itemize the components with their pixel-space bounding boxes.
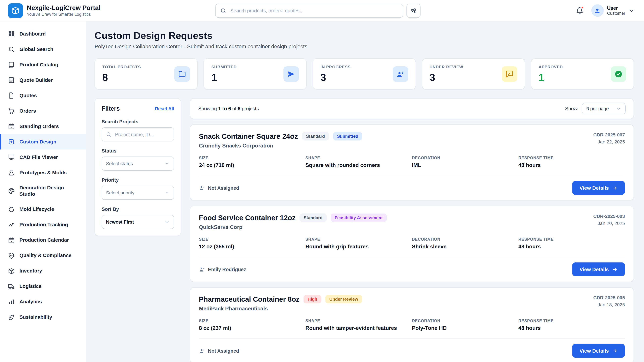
stat-value: 8 [102,72,141,83]
sidebar-item-quote-builder[interactable]: Quote Builder [0,72,86,88]
view-details-button[interactable]: View Details [572,344,625,358]
status-badge: Submitted [333,132,362,140]
calendar-icon [8,237,15,244]
project-card: Food Service Container 12oz Standard Fea… [190,206,634,282]
sidebar-item-production-tracking[interactable]: Production Tracking [0,217,86,232]
per-page-select[interactable]: 6 per page [582,103,626,114]
stats-row: TOTAL PROJECTS 8 SUBMITTED 1 [94,58,634,89]
sidebar-item-label: Mold Lifecycle [20,206,54,213]
spec-response-time: RESPONSE TIME 48 hours [518,319,625,331]
view-details-button[interactable]: View Details [572,181,625,195]
reset-all-link[interactable]: Reset All [155,106,174,111]
arrow-right-icon [612,348,618,354]
view-details-button[interactable]: View Details [572,263,625,276]
sidebar-item-label: Product Catalog [20,61,58,68]
spec-shape: SHAPE Round with grip features [306,237,412,250]
sidebar-item-label: Logistics [20,283,42,290]
quote-builder-icon [8,77,15,83]
sidebar-item-orders[interactable]: Orders [0,103,86,119]
sidebar-item-product-catalog[interactable]: Product Catalog [0,57,86,72]
sidebar-item-logistics[interactable]: Logistics [0,279,86,294]
assignee-name: Emily Rodriguez [208,267,246,272]
user-name: User [607,5,625,11]
sidebar-item-label: Analytics [20,299,42,305]
notifications-button[interactable] [576,7,583,14]
sidebar-item-quality-compliance[interactable]: Quality & Compliance [0,248,86,263]
show-label: Show: [565,106,578,111]
trending-icon [8,221,15,228]
project-search-box [102,127,174,141]
global-search [215,3,420,17]
leaf-icon [8,314,15,321]
project-card: Snack Container Square 24oz Standard Sub… [190,124,634,200]
project-search-input[interactable] [114,131,170,137]
assignee-name: Not Assigned [208,185,239,191]
sidebar-item-prototypes-molds[interactable]: Prototypes & Molds [0,165,86,180]
status-select[interactable]: Select status [102,157,174,171]
search-icon [106,132,111,137]
spec-response-time: RESPONSE TIME 48 hours [518,156,625,168]
spec-decoration: DECORATION Shrink sleeve [412,237,518,250]
stat-submitted: SUBMITTED 1 [204,58,306,89]
user-meta: User Customer [607,5,625,16]
brand-text: Nexgile-LogiCrew Portal Your AI Crew for… [27,4,100,17]
cube-logo-icon [11,6,20,15]
status-label: Status [102,148,174,153]
stat-label: TOTAL PROJECTS [102,65,141,69]
engineering-icon [392,66,408,82]
per-page-value: 6 per page [586,106,609,111]
sidebar-item-production-calendar[interactable]: Production Calendar [0,232,86,248]
spec-size: SIZE 24 oz (710 ml) [199,156,306,168]
assignee-person-icon [199,185,205,191]
folder-icon [174,66,190,82]
project-id: CDR-2025-007 [593,132,625,137]
spec-decoration: DECORATION IML [412,156,518,168]
notification-dot [581,6,584,9]
sidebar-item-label: Global Search [20,46,53,52]
brand: Nexgile-LogiCrew Portal Your AI Crew for… [8,3,100,18]
stat-under-review: UNDER REVIEW 3 [422,58,525,89]
sort-select[interactable]: Newest First [102,215,174,229]
sidebar-item-global-search[interactable]: Global Search [0,41,86,57]
project-date: Jan 20, 2025 [593,221,625,226]
priority-label: Priority [102,177,174,183]
sidebar-item-label: Standing Orders [20,123,59,130]
projects-list: Showing 1 to 6 of 8 projects Show: 6 per… [190,98,634,362]
truck-icon [8,283,15,290]
project-company: Crunchy Snacks Corporation [199,143,362,149]
spec-shape: SHAPE Round with tamper-evident features [306,319,412,331]
search-filter-button[interactable] [406,3,420,17]
sidebar-item-quotes[interactable]: Quotes [0,88,86,103]
sidebar-item-inventory[interactable]: Inventory [0,263,86,279]
sidebar-item-dashboard[interactable]: Dashboard [0,26,86,41]
main-content: Custom Design Requests PolyTec Design Co… [86,21,644,362]
search-input[interactable] [230,7,398,13]
priority-select[interactable]: Select priority [102,186,174,200]
stat-label: APPROVED [539,65,563,69]
chevron-down-icon [164,219,170,225]
page-title: Custom Design Requests [94,30,634,41]
search-projects-label: Search Projects [102,119,174,124]
dashboard-icon [8,30,15,37]
sidebar-item-mold-lifecycle[interactable]: Mold Lifecycle [0,202,86,217]
per-page-control: Show: 6 per page [565,103,626,114]
project-company: QuickServe Corp [199,224,387,230]
sort-select-value: Newest First [106,219,134,225]
sidebar-item-label: Prototypes & Molds [20,169,67,176]
sidebar-item-cad-file-viewer[interactable]: CAD File Viewer [0,149,86,165]
person-icon [594,7,601,14]
view-details-label: View Details [580,267,609,272]
sidebar-item-sustainability[interactable]: Sustainability [0,310,86,325]
sidebar-item-standing-orders[interactable]: Standing Orders [0,119,86,134]
sidebar-item-label: Sustainability [20,314,52,321]
sidebar-item-label: Inventory [20,268,42,274]
flask-icon [8,169,15,176]
sidebar-item-analytics[interactable]: Analytics [0,294,86,310]
sidebar-item-decoration-design-studio[interactable]: Decoration Design Studio [0,180,86,202]
sidebar-item-custom-design[interactable]: Custom Design [0,134,86,149]
search-box [215,3,403,17]
project-company: MediPack Pharmaceuticals [199,306,362,312]
app-root: Nexgile-LogiCrew Portal Your AI Crew for… [0,0,644,362]
view-details-label: View Details [580,185,609,191]
user-menu[interactable]: User Customer [591,4,634,17]
